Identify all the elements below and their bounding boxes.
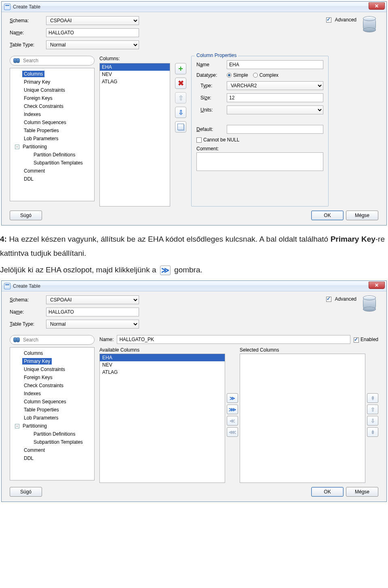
advanced-checkbox[interactable]: Advanced bbox=[326, 295, 356, 302]
cancel-button[interactable]: Mégse bbox=[346, 487, 378, 497]
tree-item-ddl[interactable]: DDL bbox=[11, 454, 93, 462]
ok-button[interactable]: OK bbox=[311, 211, 344, 220]
window-title: Create Table bbox=[13, 283, 40, 289]
enabled-checkbox[interactable]: Enabled bbox=[354, 337, 378, 342]
radio-complex[interactable]: Complex bbox=[253, 72, 278, 78]
tree-item-table-properties[interactable]: Table Properties bbox=[11, 406, 93, 414]
tree-item-columns[interactable]: Columns bbox=[11, 70, 93, 78]
tree-item-partition-definitions[interactable]: Partition Definitions bbox=[11, 430, 93, 438]
shuttle-right-button[interactable]: ≫ bbox=[227, 393, 238, 403]
tree-item-check-constraints[interactable]: Check Constraints bbox=[11, 102, 93, 110]
available-columns-list[interactable]: EHA NEV ATLAG bbox=[99, 354, 225, 483]
close-button[interactable]: ✕ bbox=[369, 282, 385, 289]
database-icon bbox=[361, 16, 378, 32]
tree-item-primary-key[interactable]: Primary Key bbox=[11, 78, 93, 86]
selected-columns-list[interactable] bbox=[240, 354, 365, 483]
move-bottom-button[interactable]: ⇟ bbox=[367, 427, 378, 437]
tree-item-indexes[interactable]: Indexes bbox=[11, 110, 93, 118]
tree-item-subpartition-templates[interactable]: Subpartition Templates bbox=[11, 438, 93, 446]
tree-item-partition-definitions[interactable]: Partition Definitions bbox=[11, 151, 93, 159]
titlebar[interactable]: Create Table ✕ bbox=[2, 2, 386, 12]
avail-item-atlag[interactable]: ATLAG bbox=[100, 369, 225, 376]
prop-comment-textarea[interactable] bbox=[196, 152, 323, 171]
tree-item-column-sequences[interactable]: Column Sequences bbox=[11, 398, 93, 406]
tabletype-label: Table Type: bbox=[10, 321, 46, 327]
tree-item-partitioning[interactable]: Partitioning bbox=[11, 422, 93, 430]
tree-item-foreign-keys[interactable]: Foreign Keys bbox=[11, 373, 93, 381]
close-button[interactable]: ✕ bbox=[369, 2, 385, 10]
column-item-eha[interactable]: EHA bbox=[100, 63, 170, 71]
move-down-button[interactable]: ⇩ bbox=[367, 416, 378, 426]
advanced-checkbox[interactable]: Advanced bbox=[326, 16, 356, 23]
column-item-atlag[interactable]: ATLAG bbox=[100, 78, 170, 85]
tree-item-unique-constraints[interactable]: Unique Constraints bbox=[11, 86, 93, 94]
copy-column-button[interactable] bbox=[175, 121, 186, 133]
move-down-button[interactable]: ⇩ bbox=[175, 107, 186, 118]
tree-item-ddl[interactable]: DDL bbox=[11, 175, 93, 183]
category-tree[interactable]: Columns Primary Key Unique Constraints F… bbox=[10, 347, 95, 481]
name-input[interactable] bbox=[46, 308, 139, 316]
tree-item-table-properties[interactable]: Table Properties bbox=[11, 126, 93, 135]
radio-simple[interactable]: Simple bbox=[227, 72, 248, 78]
tree-item-partitioning[interactable]: Partitioning bbox=[11, 143, 93, 151]
collapse-icon[interactable] bbox=[15, 145, 19, 149]
x-icon: ✖ bbox=[178, 79, 184, 88]
move-up-button[interactable]: ⇧ bbox=[367, 405, 378, 414]
tree-item-comment[interactable]: Comment bbox=[11, 446, 93, 454]
prop-size-input[interactable] bbox=[227, 93, 323, 102]
name-input[interactable] bbox=[46, 28, 139, 37]
prop-comment-label: Comment: bbox=[196, 146, 323, 152]
schema-label: Schema: bbox=[10, 297, 46, 303]
shuttle-all-right-button[interactable]: ⋙ bbox=[227, 405, 238, 414]
search-input[interactable] bbox=[22, 57, 91, 64]
tree-item-subpartition-templates[interactable]: Subpartition Templates bbox=[11, 159, 93, 167]
name-label: Name: bbox=[10, 30, 46, 36]
tree-item-columns[interactable]: Columns bbox=[11, 349, 93, 357]
arrow-up-icon: ⇧ bbox=[178, 94, 183, 102]
tabletype-select[interactable]: Normal bbox=[46, 40, 139, 49]
prop-name-input[interactable] bbox=[227, 60, 323, 69]
avail-item-eha[interactable]: EHA bbox=[100, 354, 225, 361]
schema-select[interactable]: CSPOAAI bbox=[46, 16, 139, 25]
help-button[interactable]: Súgó bbox=[10, 211, 42, 220]
search-input[interactable] bbox=[22, 337, 91, 343]
search-box[interactable] bbox=[10, 56, 95, 65]
tree-item-primary-key[interactable]: Primary Key bbox=[11, 357, 93, 365]
columns-header: Columns: bbox=[99, 56, 170, 61]
tree-item-lob-parameters[interactable]: Lob Parameters bbox=[11, 414, 93, 422]
move-up-button[interactable]: ⇧ bbox=[175, 92, 186, 103]
cannot-be-null-checkbox[interactable]: Cannot be NULL bbox=[196, 137, 239, 143]
collapse-icon[interactable] bbox=[15, 424, 19, 428]
tree-item-lob-parameters[interactable]: Lob Parameters bbox=[11, 135, 93, 143]
prop-default-input[interactable] bbox=[227, 125, 323, 134]
tree-item-foreign-keys[interactable]: Foreign Keys bbox=[11, 94, 93, 102]
radio-icon bbox=[227, 73, 232, 78]
columns-list[interactable]: EHA NEV ATLAG bbox=[99, 63, 170, 207]
search-box[interactable] bbox=[10, 335, 95, 345]
titlebar[interactable]: Create Table ✕ bbox=[2, 281, 386, 291]
cancel-button[interactable]: Mégse bbox=[346, 211, 378, 220]
tree-item-check-constraints[interactable]: Check Constraints bbox=[11, 381, 93, 390]
prop-size-label: Size: bbox=[200, 95, 227, 101]
ok-button[interactable]: OK bbox=[311, 487, 344, 497]
tree-item-comment[interactable]: Comment bbox=[11, 167, 93, 175]
binoculars-icon bbox=[13, 337, 20, 343]
pk-name-input[interactable] bbox=[117, 335, 350, 344]
shuttle-left-button[interactable]: ≪ bbox=[227, 416, 238, 426]
prop-type-select[interactable]: VARCHAR2 bbox=[227, 81, 323, 90]
move-top-button[interactable]: ⇞ bbox=[367, 393, 378, 403]
tabletype-select[interactable]: Normal bbox=[46, 320, 139, 329]
avail-item-nev[interactable]: NEV bbox=[100, 361, 225, 369]
tree-item-unique-constraints[interactable]: Unique Constraints bbox=[11, 365, 93, 373]
schema-select[interactable]: CSPOAAI bbox=[46, 295, 139, 304]
remove-column-button[interactable]: ✖ bbox=[175, 78, 186, 89]
tree-item-column-sequences[interactable]: Column Sequences bbox=[11, 118, 93, 126]
tree-item-indexes[interactable]: Indexes bbox=[11, 390, 93, 398]
category-tree[interactable]: Columns Primary Key Unique Constraints F… bbox=[10, 68, 95, 201]
column-item-nev[interactable]: NEV bbox=[100, 71, 170, 78]
prop-units-select[interactable] bbox=[227, 105, 323, 114]
shuttle-all-left-button[interactable]: ⋘ bbox=[227, 427, 238, 437]
add-column-button[interactable]: + bbox=[175, 63, 186, 74]
help-button[interactable]: Súgó bbox=[10, 487, 42, 497]
prop-default-label: Default: bbox=[196, 126, 227, 132]
